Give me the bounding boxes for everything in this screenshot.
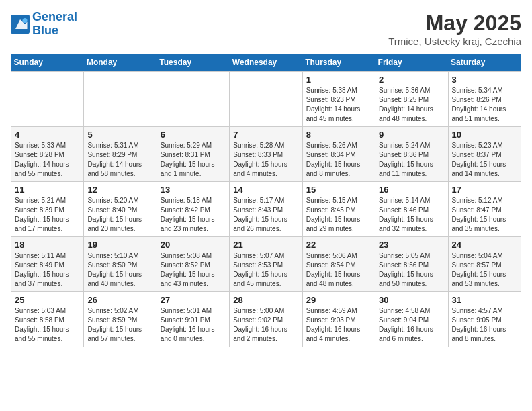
weekday-header-saturday: Saturday [448,54,521,72]
calendar-cell: 25Sunrise: 5:03 AM Sunset: 8:58 PM Dayli… [11,292,84,347]
day-info: Sunrise: 5:26 AM Sunset: 8:34 PM Dayligh… [306,141,371,179]
calendar-cell: 12Sunrise: 5:20 AM Sunset: 8:40 PM Dayli… [84,182,157,237]
calendar-cell: 28Sunrise: 5:00 AM Sunset: 9:02 PM Dayli… [230,292,302,347]
day-number: 4 [15,130,80,140]
page-header: General Blue May 2025 Trmice, Ustecky kr… [11,11,521,47]
day-number: 19 [87,240,152,250]
weekday-header-sunday: Sunday [11,54,84,72]
calendar-week-row: 1Sunrise: 5:38 AM Sunset: 8:23 PM Daylig… [11,72,521,127]
calendar-cell: 8Sunrise: 5:26 AM Sunset: 8:34 PM Daylig… [302,127,375,182]
calendar-cell: 17Sunrise: 5:12 AM Sunset: 8:47 PM Dayli… [448,182,521,237]
day-number: 18 [15,240,80,250]
day-info: Sunrise: 5:31 AM Sunset: 8:29 PM Dayligh… [87,141,152,179]
calendar-cell [157,72,229,127]
day-number: 31 [452,295,517,305]
calendar-cell: 11Sunrise: 5:21 AM Sunset: 8:39 PM Dayli… [11,182,84,237]
calendar-table: SundayMondayTuesdayWednesdayThursdayFrid… [11,54,521,347]
day-info: Sunrise: 4:57 AM Sunset: 9:05 PM Dayligh… [452,306,517,344]
day-info: Sunrise: 5:06 AM Sunset: 8:54 PM Dayligh… [306,251,371,289]
calendar-cell: 16Sunrise: 5:14 AM Sunset: 8:46 PM Dayli… [375,182,448,237]
calendar-cell: 27Sunrise: 5:01 AM Sunset: 9:01 PM Dayli… [157,292,229,347]
day-info: Sunrise: 4:59 AM Sunset: 9:03 PM Dayligh… [306,306,371,344]
day-info: Sunrise: 5:34 AM Sunset: 8:26 PM Dayligh… [452,86,517,124]
day-number: 8 [306,130,371,140]
calendar-cell: 20Sunrise: 5:08 AM Sunset: 8:52 PM Dayli… [157,237,229,292]
weekday-header-thursday: Thursday [302,54,375,72]
day-info: Sunrise: 5:36 AM Sunset: 8:25 PM Dayligh… [379,86,444,124]
calendar-cell: 1Sunrise: 5:38 AM Sunset: 8:23 PM Daylig… [302,72,375,127]
day-number: 16 [379,185,444,195]
calendar-cell: 19Sunrise: 5:10 AM Sunset: 8:50 PM Dayli… [84,237,157,292]
day-info: Sunrise: 5:18 AM Sunset: 8:42 PM Dayligh… [161,196,226,234]
logo: General Blue [11,11,77,38]
calendar-cell: 13Sunrise: 5:18 AM Sunset: 8:42 PM Dayli… [157,182,229,237]
day-number: 20 [161,240,226,250]
day-info: Sunrise: 5:38 AM Sunset: 8:23 PM Dayligh… [306,86,371,124]
day-number: 5 [87,130,152,140]
day-info: Sunrise: 4:58 AM Sunset: 9:04 PM Dayligh… [379,306,444,344]
weekday-header-row: SundayMondayTuesdayWednesdayThursdayFrid… [11,54,521,72]
day-info: Sunrise: 5:21 AM Sunset: 8:39 PM Dayligh… [15,196,80,234]
location: Trmice, Ustecky kraj, Czechia [388,36,521,47]
day-number: 17 [452,185,517,195]
day-number: 11 [15,185,80,195]
day-number: 29 [306,295,371,305]
calendar-cell: 26Sunrise: 5:02 AM Sunset: 8:59 PM Dayli… [84,292,157,347]
day-number: 13 [161,185,226,195]
day-info: Sunrise: 5:05 AM Sunset: 8:56 PM Dayligh… [379,251,444,289]
day-number: 21 [233,240,298,250]
day-info: Sunrise: 5:11 AM Sunset: 8:49 PM Dayligh… [15,251,80,289]
day-info: Sunrise: 5:28 AM Sunset: 8:33 PM Dayligh… [233,141,298,179]
day-info: Sunrise: 5:15 AM Sunset: 8:45 PM Dayligh… [306,196,371,234]
calendar-cell: 9Sunrise: 5:24 AM Sunset: 8:36 PM Daylig… [375,127,448,182]
logo-icon [11,15,30,34]
calendar-cell: 3Sunrise: 5:34 AM Sunset: 8:26 PM Daylig… [448,72,521,127]
calendar-cell: 14Sunrise: 5:17 AM Sunset: 8:43 PM Dayli… [230,182,302,237]
calendar-cell: 2Sunrise: 5:36 AM Sunset: 8:25 PM Daylig… [375,72,448,127]
calendar-cell: 30Sunrise: 4:58 AM Sunset: 9:04 PM Dayli… [375,292,448,347]
day-info: Sunrise: 5:07 AM Sunset: 8:53 PM Dayligh… [233,251,298,289]
calendar-cell: 5Sunrise: 5:31 AM Sunset: 8:29 PM Daylig… [84,127,157,182]
calendar-cell: 7Sunrise: 5:28 AM Sunset: 8:33 PM Daylig… [230,127,302,182]
day-number: 27 [161,295,226,305]
day-info: Sunrise: 5:08 AM Sunset: 8:52 PM Dayligh… [161,251,226,289]
day-info: Sunrise: 5:24 AM Sunset: 8:36 PM Dayligh… [379,141,444,179]
day-info: Sunrise: 5:00 AM Sunset: 9:02 PM Dayligh… [233,306,298,344]
logo-line2: Blue [32,24,58,37]
calendar-cell: 24Sunrise: 5:04 AM Sunset: 8:57 PM Dayli… [448,237,521,292]
day-number: 23 [379,240,444,250]
day-info: Sunrise: 5:10 AM Sunset: 8:50 PM Dayligh… [87,251,152,289]
day-info: Sunrise: 5:02 AM Sunset: 8:59 PM Dayligh… [87,306,152,344]
title-area: May 2025 Trmice, Ustecky kraj, Czechia [388,11,521,47]
day-info: Sunrise: 5:20 AM Sunset: 8:40 PM Dayligh… [87,196,152,234]
day-number: 6 [161,130,226,140]
calendar-cell: 18Sunrise: 5:11 AM Sunset: 8:49 PM Dayli… [11,237,84,292]
weekday-header-wednesday: Wednesday [230,54,302,72]
calendar-cell [230,72,302,127]
calendar-week-row: 11Sunrise: 5:21 AM Sunset: 8:39 PM Dayli… [11,182,521,237]
day-info: Sunrise: 5:17 AM Sunset: 8:43 PM Dayligh… [233,196,298,234]
weekday-header-tuesday: Tuesday [157,54,229,72]
calendar-cell: 22Sunrise: 5:06 AM Sunset: 8:54 PM Dayli… [302,237,375,292]
day-number: 15 [306,185,371,195]
day-number: 24 [452,240,517,250]
logo-line1: General [32,10,77,24]
day-number: 25 [15,295,80,305]
day-number: 26 [87,295,152,305]
calendar-cell: 21Sunrise: 5:07 AM Sunset: 8:53 PM Dayli… [230,237,302,292]
calendar-cell [11,72,84,127]
day-info: Sunrise: 5:29 AM Sunset: 8:31 PM Dayligh… [161,141,226,179]
day-info: Sunrise: 5:01 AM Sunset: 9:01 PM Dayligh… [161,306,226,344]
day-info: Sunrise: 5:04 AM Sunset: 8:57 PM Dayligh… [452,251,517,289]
calendar-cell: 15Sunrise: 5:15 AM Sunset: 8:45 PM Dayli… [302,182,375,237]
calendar-week-row: 25Sunrise: 5:03 AM Sunset: 8:58 PM Dayli… [11,292,521,347]
day-number: 10 [452,130,517,140]
calendar-cell: 31Sunrise: 4:57 AM Sunset: 9:05 PM Dayli… [448,292,521,347]
calendar-cell: 29Sunrise: 4:59 AM Sunset: 9:03 PM Dayli… [302,292,375,347]
month-title: May 2025 [388,11,521,36]
day-number: 2 [379,75,444,85]
day-number: 30 [379,295,444,305]
day-number: 3 [452,75,517,85]
calendar-cell: 23Sunrise: 5:05 AM Sunset: 8:56 PM Dayli… [375,237,448,292]
calendar-cell [84,72,157,127]
